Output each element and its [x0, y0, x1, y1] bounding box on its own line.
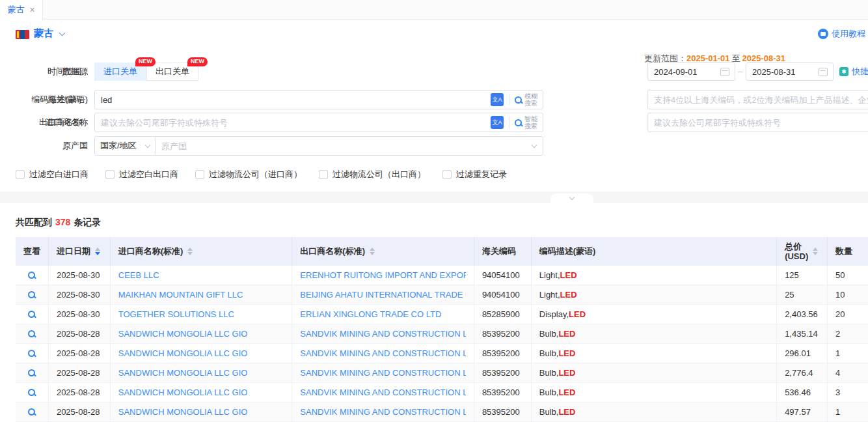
column-header-1[interactable]: 进口日期: [49, 237, 111, 266]
filter-checkbox-0[interactable]: 过滤空白进口商: [16, 169, 88, 180]
search-icon[interactable]: [515, 119, 522, 126]
hs-code-input[interactable]: [648, 91, 868, 109]
checkbox-icon[interactable]: [442, 170, 452, 179]
country-title[interactable]: 蒙古: [34, 27, 53, 40]
importer-link[interactable]: SANDWICH MONGOLIA LLC GIO: [118, 368, 248, 378]
description-text: Light,: [539, 270, 560, 280]
view-row-button[interactable]: [28, 330, 35, 337]
tab-import-declarations[interactable]: 进口关单 NEW: [94, 63, 146, 81]
date-end-input[interactable]: [746, 63, 819, 80]
filter-collapse-bar: [0, 191, 868, 203]
importer-link[interactable]: SANDWICH MONGOLIA LLC GIO: [118, 348, 248, 358]
search-icon[interactable]: [515, 96, 522, 104]
smart-search-toggle[interactable]: 智能搜索: [524, 115, 537, 130]
exporter-link[interactable]: ERENHOT RUITONG IMPORT AND EXPORT ...: [300, 270, 466, 280]
collapse-toggle[interactable]: [550, 193, 593, 203]
importer-link[interactable]: SANDWICH MONGOLIA LLC GIO: [118, 329, 248, 339]
hs-code-cell: 85395200: [474, 383, 532, 402]
description-cell: Bulb, LED: [532, 402, 777, 421]
importer-link[interactable]: TOGETHER SOLUTIONS LLC: [118, 309, 234, 319]
quantity-cell: 3: [828, 383, 868, 402]
page: 蒙古 × 蒙古 使用教程 更新范围：2025-01-01至2025-08-31 …: [0, 0, 868, 422]
quantity-cell: 20: [828, 305, 868, 324]
calendar-icon[interactable]: [819, 68, 828, 76]
view-row-button[interactable]: [28, 291, 35, 298]
exporter-link[interactable]: SANDVIK MINING AND CONSTRUCTION L...: [300, 387, 466, 397]
sort-icon[interactable]: [95, 247, 100, 255]
view-cell: [16, 402, 49, 421]
shortcut-link[interactable]: ✱ 快捷: [839, 66, 868, 77]
column-header-0: 查看: [16, 237, 49, 266]
code-desc-input[interactable]: [95, 91, 491, 109]
translate-icon[interactable]: 文A: [491, 116, 504, 129]
checkbox-icon[interactable]: [105, 170, 115, 179]
view-row-button[interactable]: [28, 408, 35, 415]
update-range-start: 2025-01-01: [686, 53, 730, 63]
view-row-button[interactable]: [28, 311, 35, 318]
checkbox-icon[interactable]: [319, 170, 328, 179]
new-badge: NEW: [135, 57, 156, 66]
filter-checkbox-4[interactable]: 过滤重复记录: [442, 169, 507, 180]
exporter-cell: SANDVIK MINING AND CONSTRUCTION L...: [292, 402, 474, 421]
results-summary: 共匹配到378条记录: [16, 217, 101, 229]
importer-name-input[interactable]: [95, 113, 491, 132]
fuzzy-search-toggle[interactable]: 模糊搜索: [524, 92, 537, 107]
exporter-name-label: 出口商名称: [0, 113, 81, 132]
column-header-6[interactable]: 总价(USD): [777, 237, 828, 266]
date-start-field: [647, 63, 735, 81]
column-header-label: 数量: [835, 246, 852, 257]
importer-cell: MAIKHAN MOUNTAIN GIFT LLC: [111, 285, 293, 304]
exporter-cell: SANDVIK MINING AND CONSTRUCTION L...: [292, 324, 474, 343]
column-header-2[interactable]: 进口商名称(标准): [111, 237, 293, 266]
column-header-4: 海关编码: [474, 237, 532, 266]
calendar-icon[interactable]: [720, 68, 729, 76]
exporter-link[interactable]: SANDVIK MINING AND CONSTRUCTION L...: [300, 348, 466, 358]
description-cell: Bulb, LED: [532, 383, 777, 402]
origin-input[interactable]: [156, 137, 532, 155]
column-header-3[interactable]: 出口商名称(标准): [292, 237, 474, 266]
sort-icon[interactable]: [813, 247, 818, 255]
description-highlight: LED: [558, 387, 575, 397]
checkbox-icon[interactable]: [195, 170, 204, 179]
filter-checkbox-3[interactable]: 过滤物流公司（出口商）: [319, 169, 426, 180]
view-row-button[interactable]: [28, 389, 35, 396]
description-cell: Display, LED: [532, 305, 777, 324]
exporter-link[interactable]: SANDVIK MINING AND CONSTRUCTION L...: [300, 368, 466, 378]
sort-icon[interactable]: [187, 247, 193, 255]
view-row-button[interactable]: [28, 350, 35, 357]
data-source-tabs: 进口关单 NEW 出口关单 NEW: [94, 63, 198, 81]
filter-checkbox-2[interactable]: 过滤物流公司（进口商）: [195, 169, 302, 180]
view-row-button[interactable]: [28, 369, 35, 376]
quantity-cell: 10: [828, 285, 868, 304]
translate-icon[interactable]: 文A: [491, 93, 504, 106]
exporter-link[interactable]: SANDVIK MINING AND CONSTRUCTION L...: [300, 329, 466, 339]
exporter-link[interactable]: SANDVIK MINING AND CONSTRUCTION L...: [300, 407, 466, 417]
sort-icon[interactable]: [370, 247, 375, 255]
exporter-name-input[interactable]: [648, 113, 868, 132]
tab-mongolia[interactable]: 蒙古 ×: [0, 0, 43, 20]
importer-link[interactable]: MAIKHAN MOUNTAIN GIFT LLC: [118, 290, 243, 300]
origin-type-select[interactable]: 国家/地区: [95, 137, 156, 155]
chevron-down-icon[interactable]: [59, 30, 66, 36]
exporter-link[interactable]: ERLIAN XINGLONG TRADE CO LTD: [300, 309, 441, 319]
hs-code-cell: 85395200: [474, 324, 532, 343]
tutorial-link[interactable]: 使用教程: [818, 28, 865, 40]
checkbox-icon[interactable]: [16, 170, 25, 179]
tab-export-declarations[interactable]: 出口关单 NEW: [146, 63, 198, 81]
record-count: 378: [55, 217, 70, 227]
tab-label: 蒙古: [7, 4, 24, 16]
code-desc-field: 文A 模糊搜索: [94, 90, 543, 109]
chevron-down-icon[interactable]: [532, 142, 537, 147]
table-row: 2025-08-28SANDWICH MONGOLIA LLC GIOSANDV…: [16, 324, 868, 344]
importer-link[interactable]: SANDWICH MONGOLIA LLC GIO: [118, 407, 248, 417]
importer-link[interactable]: CEEB LLC: [118, 270, 159, 280]
view-row-button[interactable]: [28, 272, 35, 279]
importer-link[interactable]: SANDWICH MONGOLIA LLC GIO: [118, 387, 248, 397]
date-start-input[interactable]: [648, 63, 720, 80]
total-usd-cell: 296.01: [777, 344, 828, 363]
close-icon[interactable]: ×: [29, 5, 34, 14]
filter-checkbox-1[interactable]: 过滤空白出口商: [105, 169, 178, 180]
view-cell: [16, 344, 49, 363]
exporter-link[interactable]: BEIJING AHATU INTERNATIONAL TRADE C...: [300, 290, 466, 300]
tab-export-label: 出口关单: [156, 66, 189, 77]
